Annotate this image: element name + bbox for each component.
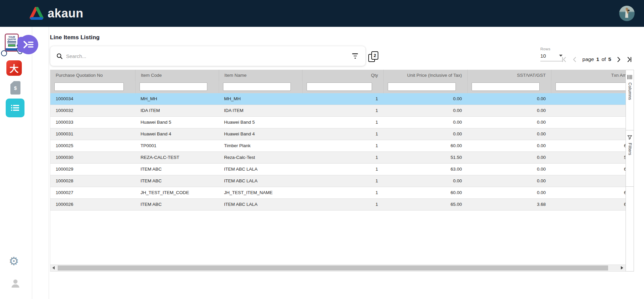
filter-cell-qty xyxy=(302,81,383,93)
horizontal-scrollbar xyxy=(50,264,626,271)
filter-cell-item_name xyxy=(219,81,302,93)
filter-list-icon[interactable] xyxy=(351,52,359,60)
table-row[interactable]: 1000031Huawei Band 4Huawei Band 410.000.… xyxy=(50,128,626,140)
tab-filters[interactable]: Filters xyxy=(626,130,634,187)
column-header-item_code[interactable]: Item Code xyxy=(135,70,219,81)
column-header-unit_price[interactable]: Unit Price (Inclusive of Tax) xyxy=(383,70,467,81)
cell-pq_no: 1000027 xyxy=(50,187,135,198)
scroll-right-arrow-icon[interactable] xyxy=(621,266,623,270)
cell-qty: 1 xyxy=(302,128,383,140)
duplicate-pages-icon[interactable]: 2 xyxy=(368,51,378,62)
cell-item_code: ITEM ABC xyxy=(135,175,219,187)
cell-item_name: MH_MH xyxy=(219,93,302,105)
table-row[interactable]: 1000028ITEM ABCITEM ABC LALA10.000.000.0… xyxy=(50,175,626,187)
cell-pq_no: 1000030 xyxy=(50,152,135,163)
cell-txn_amount: 0.00 xyxy=(551,128,626,140)
tab-columns[interactable]: Columns xyxy=(626,70,634,130)
user-avatar[interactable] xyxy=(619,6,635,21)
cell-sst: 3.68 xyxy=(467,199,551,210)
column-header-item_name[interactable]: Item Name xyxy=(219,70,302,81)
filter-cell-txn_amount xyxy=(551,81,626,93)
cell-sst: 0.00 xyxy=(467,140,551,152)
table-row[interactable]: 1000032IDA ITEMIDA ITEM10.000.000.00 xyxy=(50,105,626,117)
sidebar-item-billing[interactable]: $ xyxy=(10,81,20,95)
cell-item_name: Huawei Band 4 xyxy=(219,128,302,140)
filter-input-item_code[interactable] xyxy=(140,82,207,91)
column-header-sst[interactable]: SST/VAT/GST xyxy=(467,70,551,81)
scroll-left-arrow-icon[interactable] xyxy=(52,266,55,270)
cell-txn_amount: 63.00 xyxy=(551,164,626,175)
cell-unit_price: 51.50 xyxy=(383,152,467,163)
filter-input-qty[interactable] xyxy=(307,82,372,91)
table-row[interactable]: 1000026ITEM ABCITEM ABC LALA165.003.6865… xyxy=(50,199,626,211)
cell-qty: 1 xyxy=(302,105,383,116)
column-header-pq_no[interactable]: Purchase Quotation No xyxy=(50,70,135,81)
cell-unit_price: 60.00 xyxy=(383,140,467,152)
column-header-txn_amount[interactable]: Txn Amount xyxy=(551,70,626,81)
cell-pq_no: 1000031 xyxy=(50,128,135,140)
cell-item_code: ITEM ABC xyxy=(135,199,219,210)
cell-qty: 1 xyxy=(302,117,383,128)
cell-item_code: TP0001 xyxy=(135,140,219,152)
cell-txn_amount: 0.00 xyxy=(551,93,626,105)
cell-item_name: Timber Plank xyxy=(219,140,302,152)
cell-txn_amount: 0.00 xyxy=(551,117,626,128)
cell-pq_no: 1000029 xyxy=(50,164,135,175)
prev-page-button[interactable] xyxy=(572,56,578,63)
search-input[interactable] xyxy=(66,53,351,59)
table-row[interactable]: 1000027JH_TEST_ITEM_CODEJH_TEST_ITEM_NAM… xyxy=(50,187,626,199)
cell-item_code: ITEM ABC xyxy=(135,164,219,175)
scrollbar-thumb[interactable] xyxy=(58,265,608,271)
akaun-logo-triangle-icon xyxy=(29,6,44,20)
cell-pq_no: 1000028 xyxy=(50,175,135,187)
cell-qty: 1 xyxy=(302,164,383,175)
pagination: page 1 of 5 xyxy=(561,54,633,64)
sidebar-item-red-app[interactable]: 大 xyxy=(6,60,22,76)
cell-item_code: JH_TEST_ITEM_CODE xyxy=(135,187,219,198)
table-row[interactable]: 1000025TP0001Timber Plank160.000.0060.00 xyxy=(50,140,626,152)
cell-sst: 0.00 xyxy=(467,128,551,140)
cell-qty: 1 xyxy=(302,140,383,152)
table-row[interactable]: 1000034MH_MHMH_MH10.000.000.00 xyxy=(50,93,626,105)
cell-unit_price: 63.00 xyxy=(383,164,467,175)
cell-pq_no: 1000034 xyxy=(50,93,135,105)
cell-unit_price: 0.00 xyxy=(383,128,467,140)
red-app-glyph: 大 xyxy=(10,62,19,75)
last-page-button[interactable] xyxy=(626,56,633,63)
profile-person-icon[interactable] xyxy=(10,278,20,290)
filter-input-pq_no[interactable] xyxy=(54,82,124,91)
filter-input-item_name[interactable] xyxy=(223,82,291,91)
filter-input-sst[interactable] xyxy=(472,82,540,91)
cell-item_code: IDA ITEM xyxy=(135,105,219,116)
brand-text: akaun xyxy=(48,6,84,20)
filter-cell-item_code xyxy=(135,81,219,93)
cell-txn_amount: 60.00 xyxy=(551,187,626,198)
cell-sst: 0.00 xyxy=(467,117,551,128)
cell-item_name: IDA ITEM xyxy=(219,105,302,116)
table-body: 1000034MH_MHMH_MH10.000.000.001000032IDA… xyxy=(50,93,626,211)
table-row[interactable]: 1000029ITEM ABCITEM ABC LALA163.000.0063… xyxy=(50,164,626,175)
filter-input-txn_amount[interactable] xyxy=(555,82,626,91)
cell-txn_amount: 60.00 xyxy=(551,140,626,152)
cell-txn_amount: 0.00 xyxy=(551,105,626,116)
page-indicator: page 1 of 5 xyxy=(582,56,611,62)
column-header-qty[interactable]: Qty xyxy=(302,70,383,81)
search-icon xyxy=(56,53,63,59)
terminal-bubble-button[interactable] xyxy=(19,35,38,54)
sidebar-item-line-items-active[interactable] xyxy=(6,99,24,117)
next-page-button[interactable] xyxy=(615,56,622,63)
current-page-number: 1 xyxy=(596,56,599,62)
rows-per-page-select[interactable]: Rows 10 xyxy=(540,47,564,61)
filter-cell-pq_no xyxy=(50,81,135,93)
cell-unit_price: 0.00 xyxy=(383,93,467,105)
cell-pq_no: 1000025 xyxy=(50,140,135,152)
rows-value: 10 xyxy=(540,53,546,59)
akaun-logo[interactable]: akaun xyxy=(29,6,84,20)
app-sidebar: YOUR QUOTE 大 $ ⚙ xyxy=(0,27,32,299)
table-row[interactable]: 1000030REZA-CALC-TESTReza-Calc-Test151.5… xyxy=(50,152,626,164)
first-page-button[interactable] xyxy=(561,56,567,63)
table-filter-row xyxy=(50,81,626,93)
table-row[interactable]: 1000033Huawei Band 5Huawei Band 510.000.… xyxy=(50,117,626,128)
settings-gear-icon[interactable]: ⚙ xyxy=(9,255,19,267)
filter-input-unit_price[interactable] xyxy=(388,82,456,91)
